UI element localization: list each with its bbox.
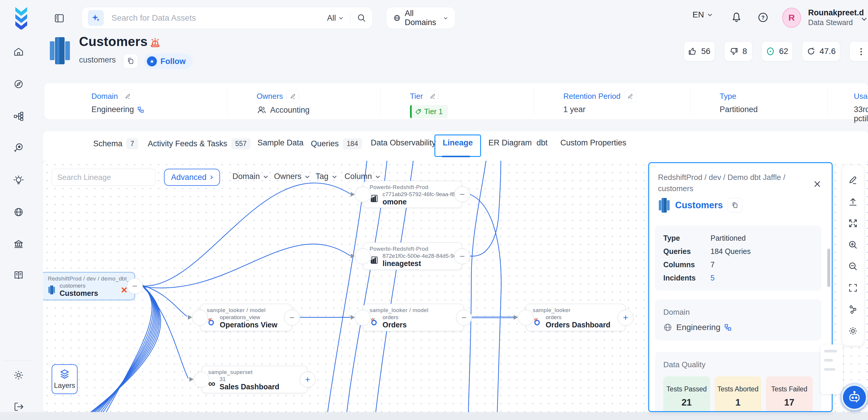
sidebar-toggle-icon[interactable]	[54, 13, 65, 24]
domain-selector-dropdown[interactable]: All Domains	[386, 7, 455, 29]
node-handle-left[interactable]	[193, 371, 209, 388]
graph-options-icon[interactable]	[847, 303, 859, 315]
follow-button[interactable]: ★ Follow	[144, 54, 193, 69]
tab-queries[interactable]: Queries184	[311, 138, 362, 149]
version-button[interactable]: 47.6	[802, 41, 840, 61]
lineage-node-orders-dashboard[interactable]: sample_looker orders Orders Dashboard +	[526, 304, 626, 331]
filter-owners-dropdown[interactable]: Owners	[274, 172, 310, 181]
tier-badge[interactable]: Tier 1	[410, 105, 448, 118]
filter-column-dropdown[interactable]: Column	[344, 172, 381, 181]
breadcrumb[interactable]: RedshiftProd / dev / Demo dbt Jaffle / c…	[658, 172, 805, 194]
lineage-node-lineagetest[interactable]: Powerbi-Redshift-Prod 872e1f0c-500e-4e28…	[363, 242, 462, 270]
node-handle-left[interactable]	[192, 310, 208, 326]
fit-view-icon[interactable]	[847, 217, 859, 229]
collapse-downstream-handle[interactable]: −	[456, 310, 472, 326]
node-handle-left[interactable]	[355, 248, 371, 264]
lineage-node-sales-dashboard[interactable]: sample_superset ∞ 31 Sales Dashboard +	[202, 366, 308, 393]
upvote-button[interactable]: 56	[684, 41, 715, 61]
tab-custom-properties[interactable]: Custom Properties	[560, 138, 626, 148]
alert-siren-icon[interactable]	[149, 36, 161, 49]
search-input[interactable]	[104, 13, 327, 23]
global-search-bar[interactable]: All	[82, 7, 372, 29]
incidents-link[interactable]: 5	[711, 274, 715, 282]
settings-gear-icon[interactable]	[13, 369, 24, 381]
export-icon[interactable]	[847, 196, 859, 208]
lineage-tree-icon[interactable]	[13, 111, 24, 122]
avatar[interactable]: R	[782, 8, 801, 28]
lineage-search-input[interactable]	[57, 173, 156, 182]
lineage-node-customers[interactable]: RedshiftProd / dev / demo_dbt_jaffle cus…	[43, 272, 135, 300]
tests-failed-tile[interactable]: Tests Failed 17	[766, 376, 812, 412]
edit-retention-button[interactable]	[624, 90, 637, 102]
app-logo-icon[interactable]	[12, 6, 31, 30]
panel-domain-value[interactable]: Engineering	[676, 323, 720, 332]
tab-dbt[interactable]: dbt	[536, 138, 548, 148]
filter-domain-dropdown[interactable]: Domain	[232, 172, 269, 181]
collapse-downstream-handle[interactable]: −	[284, 310, 300, 326]
tab-schema[interactable]: Schema7	[93, 138, 138, 149]
ai-sparkle-icon[interactable]	[88, 10, 104, 26]
collapse-upstream-handle[interactable]: −	[454, 248, 470, 264]
tab-sample-data[interactable]: Sample Data	[257, 138, 304, 148]
tab-activity-feeds[interactable]: Activity Feeds & Tasks557	[148, 138, 250, 149]
help-icon[interactable]: ?	[757, 12, 769, 23]
health-score-button[interactable]: 62	[762, 41, 793, 61]
node-handle-left[interactable]	[518, 310, 534, 326]
edit-lineage-icon[interactable]	[847, 174, 859, 186]
expand-downstream-handle[interactable]: +	[300, 371, 316, 388]
governance-bank-icon[interactable]	[13, 239, 24, 250]
insights-bulb-icon[interactable]	[13, 175, 24, 186]
home-icon[interactable]	[13, 46, 24, 58]
search-scope-dropdown[interactable]: All	[327, 13, 344, 23]
node-handle-left[interactable]	[355, 186, 371, 202]
metadata-value-owners[interactable]: Accounting	[270, 106, 310, 115]
advanced-filter-button[interactable]: Advanced ›	[164, 169, 220, 186]
lineage-search-box[interactable]	[52, 169, 155, 186]
notifications-bell-icon[interactable]	[731, 11, 742, 23]
entity-fqn: customers	[79, 55, 116, 65]
user-name[interactable]: Rounakpreet.d	[808, 8, 864, 18]
tests-aborted-tile[interactable]: Tests Aborted 1	[715, 376, 761, 412]
chat-assistant-button[interactable]	[841, 384, 867, 410]
lineage-node-orders[interactable]: sample_looker / model orders Orders −	[363, 304, 464, 331]
edit-domain-button[interactable]	[122, 90, 134, 102]
panel-entity-link[interactable]: Customers	[675, 200, 723, 211]
downvote-button[interactable]: 8	[724, 41, 752, 61]
copy-fqn-button[interactable]	[727, 198, 742, 213]
metadata-label-owners[interactable]: Owners	[257, 92, 283, 101]
layers-button[interactable]: Layers	[52, 364, 78, 394]
expand-downstream-handle[interactable]: +	[618, 310, 633, 326]
fullscreen-icon[interactable]	[847, 282, 859, 294]
language-dropdown[interactable]: EN	[692, 10, 713, 20]
metadata-label-tier[interactable]: Tier	[410, 92, 423, 101]
metadata-label-domain[interactable]: Domain	[91, 92, 118, 101]
observability-search-icon[interactable]	[13, 142, 24, 153]
user-menu-chevron-icon[interactable]	[861, 16, 868, 22]
domains-globe-icon[interactable]	[13, 206, 24, 218]
filter-tag-dropdown[interactable]: Tag	[316, 172, 337, 181]
node-handle-left[interactable]	[355, 310, 371, 326]
tests-passed-tile[interactable]: Tests Passed 21	[663, 376, 710, 412]
copy-name-button[interactable]	[123, 54, 138, 68]
tab-lineage[interactable]: Lineage	[443, 138, 473, 148]
edit-owners-button[interactable]	[287, 90, 299, 102]
lineage-settings-gear-icon[interactable]	[847, 325, 859, 337]
close-icon[interactable]	[813, 180, 822, 188]
more-actions-button[interactable]: ⋮	[849, 41, 868, 61]
metadata-value-domain[interactable]: Engineering	[91, 105, 134, 114]
explore-compass-icon[interactable]	[13, 79, 24, 90]
collapse-downstream-handle[interactable]: −	[127, 278, 143, 294]
lineage-node-omone[interactable]: Powerbi-Redshift-Prod c771ab29-5792-46fc…	[363, 181, 462, 208]
logout-icon[interactable]	[13, 401, 24, 412]
tab-er-diagram[interactable]: ER Diagram	[488, 138, 532, 148]
panel-scrollbar[interactable]	[827, 249, 830, 287]
lineage-node-operations-view[interactable]: sample_looker / model operations_view Op…	[200, 304, 292, 331]
tab-data-observability[interactable]: Data Observability	[371, 138, 436, 148]
zoom-in-icon[interactable]	[847, 239, 859, 251]
glossary-book-icon[interactable]	[13, 270, 24, 281]
collapse-upstream-handle[interactable]: −	[454, 186, 470, 202]
zoom-out-icon[interactable]	[847, 261, 859, 272]
metadata-label-retention[interactable]: Retention Period	[563, 92, 621, 101]
search-icon[interactable]	[357, 13, 366, 23]
edit-tier-button[interactable]	[427, 90, 439, 102]
